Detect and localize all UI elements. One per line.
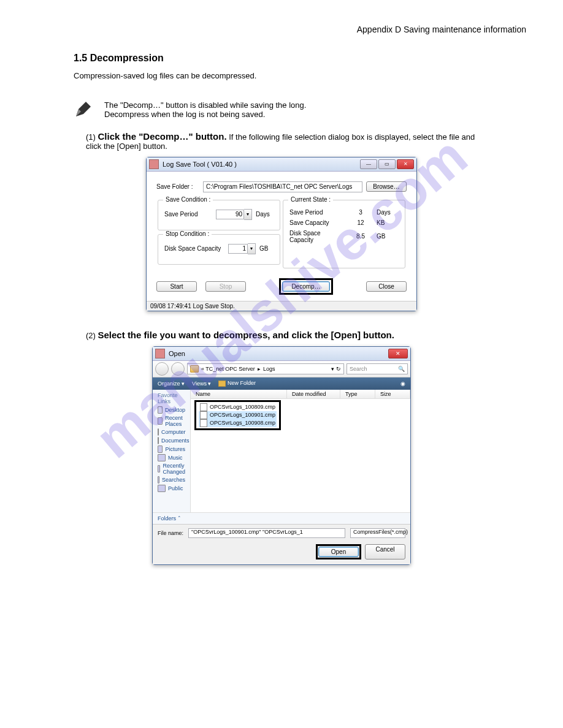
note-line-1: The "Decomp…" button is disabled while s… <box>104 100 306 110</box>
sidebar-item-searches[interactable]: Searches <box>153 476 190 484</box>
favorite-links-label: Favorite Links <box>153 391 190 406</box>
address-bar[interactable]: « TC_net OPC Server ▸ Logs ▾ ↻ <box>187 363 344 374</box>
cs-gb-label: GB <box>377 233 385 240</box>
col-type[interactable]: Type <box>340 390 375 398</box>
status-bar: 09/08 17:49:41 Log Save Stop. <box>147 301 416 311</box>
col-name[interactable]: Name <box>191 390 287 398</box>
folder-icon <box>190 365 199 373</box>
dialog-title: Open <box>169 350 388 357</box>
file-list-highlight: OPCSvrLogs_100809.cmp OPCSvrLogs_100901.… <box>194 400 281 430</box>
decomp-button[interactable]: Decomp… <box>282 281 330 292</box>
disk-space-label: Disk Space Capacity <box>164 245 224 252</box>
start-button[interactable]: Start <box>156 281 197 292</box>
cs-disk-value: 8.5 <box>348 233 373 240</box>
help-icon[interactable]: ◉ <box>400 381 405 387</box>
sidebar-item-recent[interactable]: Recent Places <box>153 414 190 428</box>
subsection-title: 1.5 Decompression <box>74 53 526 64</box>
search-folder-icon <box>158 476 159 483</box>
open-button[interactable]: Open <box>318 547 359 557</box>
col-size[interactable]: Size <box>375 390 410 398</box>
sidebar-item-desktop[interactable]: Desktop <box>153 406 190 414</box>
pencil-note-icon <box>74 100 92 119</box>
breadcrumb-2[interactable]: Logs <box>263 366 275 372</box>
cs-save-cap-label: Save Capacity <box>289 219 345 226</box>
current-state-label: Current State : <box>288 196 333 203</box>
filename-input[interactable]: "OPCSvrLogs_100901.cmp" "OPCSvrLogs_1 <box>188 528 345 538</box>
save-folder-input[interactable]: C:\Program Files\TOSHIBA\TC_net OPC Serv… <box>203 181 362 192</box>
filename-label: File name: <box>158 530 183 536</box>
maximize-button[interactable]: ▭ <box>378 159 396 169</box>
organize-menu[interactable]: Organize ▾ <box>158 381 185 387</box>
sidebar-item-pictures[interactable]: Pictures <box>153 445 190 453</box>
file-type-filter[interactable]: CompressFiles(*.cmp) <box>350 528 405 538</box>
cs-save-period-value: 3 <box>348 209 373 216</box>
col-date[interactable]: Date modified <box>287 390 340 398</box>
nav-forward-button[interactable] <box>171 362 185 376</box>
cancel-button[interactable]: Cancel <box>365 544 405 559</box>
breadcrumb-1[interactable]: « TC_net OPC Server <box>201 366 255 372</box>
views-menu[interactable]: Views ▾ <box>192 381 211 387</box>
documents-icon <box>158 437 159 444</box>
gb-label: GB <box>259 245 268 252</box>
list-item[interactable]: OPCSvrLogs_100901.cmp <box>199 411 277 419</box>
folder-icon <box>218 381 226 387</box>
open-button-highlight: Open <box>316 544 361 559</box>
kb-label: KB <box>377 219 385 226</box>
step2-title: Select the file you want to decompress, … <box>98 330 394 340</box>
stop-button: Stop <box>205 281 246 292</box>
browse-button[interactable]: Browse… <box>366 181 407 192</box>
cs-save-period-label: Save Period <box>289 209 345 216</box>
file-icon <box>200 411 207 419</box>
days-label: Days <box>256 211 270 218</box>
disk-space-input[interactable] <box>228 244 248 254</box>
window-title: Log Save Tool ( V01.40 ) <box>163 161 360 168</box>
search-placeholder: Search <box>350 366 367 372</box>
file-icon <box>200 419 207 427</box>
save-folder-label: Save Folder : <box>156 183 199 190</box>
folders-toggle[interactable]: Folders ˄ <box>153 512 410 524</box>
list-item[interactable]: OPCSvrLogs_100809.cmp <box>199 403 277 411</box>
intro-text: Compression-saved log files can be decom… <box>74 70 489 82</box>
log-save-tool-window: Log Save Tool ( V01.40 ) — ▭ ✕ Save Fold… <box>146 157 417 311</box>
app-icon <box>149 159 159 169</box>
close-button[interactable]: ✕ <box>397 159 414 169</box>
sidebar-item-recently-changed[interactable]: Recently Changed <box>153 462 190 476</box>
chevron-down-icon[interactable]: ▼ <box>248 243 256 254</box>
chevron-down-icon[interactable]: ▼ <box>244 209 252 220</box>
sidebar-item-music[interactable]: Music <box>153 453 190 462</box>
save-period-combo[interactable]: ▼ <box>216 209 252 220</box>
search-input[interactable]: Search 🔍 <box>347 363 408 374</box>
close-button[interactable]: ✕ <box>388 349 408 358</box>
sidebar-item-public[interactable]: Public <box>153 484 190 493</box>
recent-icon <box>158 417 163 425</box>
nav-back-button[interactable] <box>155 362 169 376</box>
list-item[interactable]: OPCSvrLogs_100908.cmp <box>199 419 277 427</box>
app-icon <box>155 349 165 358</box>
save-condition-label: Save Condition : <box>163 196 213 203</box>
cs-days-label: Days <box>377 209 391 216</box>
save-period-input[interactable] <box>216 210 244 219</box>
step1-number: (1) <box>86 132 96 142</box>
desktop-icon <box>158 406 163 414</box>
new-folder-button[interactable]: New Folder <box>218 380 256 387</box>
file-icon <box>200 403 207 411</box>
changed-icon <box>158 465 160 472</box>
public-icon <box>158 485 166 492</box>
close-app-button[interactable]: Close <box>366 281 407 292</box>
appendix-header: Appendix D Saving maintenance informatio… <box>37 25 526 34</box>
pictures-icon <box>158 446 163 453</box>
cs-save-cap-value: 12 <box>348 219 373 226</box>
decomp-highlight: Decomp… <box>279 278 333 295</box>
sidebar-item-computer[interactable]: Computer <box>153 428 190 436</box>
cs-disk-label: Disk Space Capacity <box>289 230 345 243</box>
step1-title: Click the "Decomp…" button. <box>98 131 227 142</box>
open-file-dialog: Open ✕ « TC_net OPC Server ▸ Logs ▾ ↻ Se… <box>152 346 411 565</box>
note-line-2: Decompress when the log is not being sav… <box>104 110 306 119</box>
disk-space-combo[interactable]: ▼ <box>228 243 256 254</box>
music-icon <box>158 454 166 461</box>
sidebar-item-documents[interactable]: Documents <box>153 436 190 445</box>
step2-number: (2) <box>86 331 96 340</box>
stop-condition-label: Stop Condition : <box>163 230 212 237</box>
search-icon: 🔍 <box>398 366 405 372</box>
minimize-button[interactable]: — <box>360 159 377 169</box>
